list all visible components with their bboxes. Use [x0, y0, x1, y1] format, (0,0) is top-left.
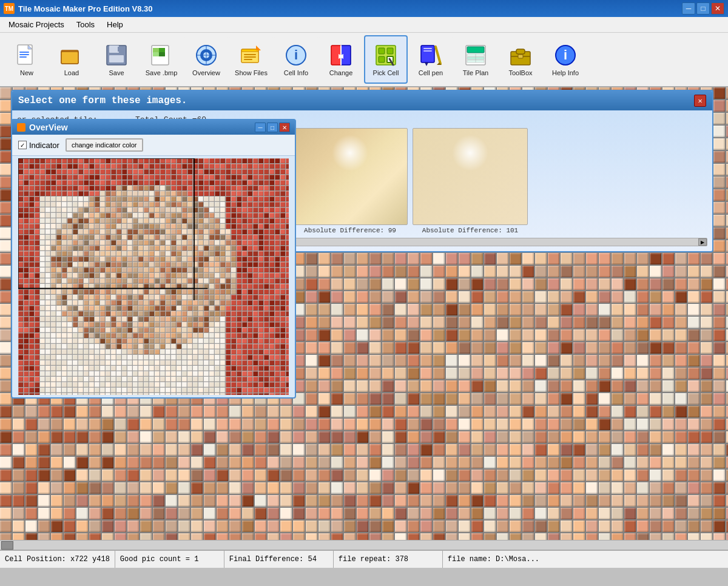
toolbar-new-button[interactable]: New [5, 35, 49, 84]
pickcell-icon [373, 42, 399, 68]
tile-item-3[interactable]: Absolute Difference: 99 [292, 128, 408, 234]
main-area: Select one form these images. ✕ or selec… [0, 87, 728, 568]
select-dialog-title-bar: Select one form these images. ✕ [12, 91, 712, 110]
toolbar-showfiles-button[interactable]: Show Files [229, 35, 273, 84]
savebmp-icon [149, 42, 174, 68]
toolbar-toolbox-label: ToolBox [508, 69, 532, 76]
svg-rect-6 [61, 52, 78, 64]
indicator-checkbox[interactable]: ✓ [18, 141, 27, 149]
tile-thumb-4 [413, 128, 528, 225]
svg-rect-15 [153, 52, 159, 56]
overview-maximize-button[interactable]: □ [267, 123, 278, 132]
tile-label-3: Absolute Difference: 99 [304, 227, 396, 234]
menu-help[interactable]: Help [101, 18, 129, 31]
toolbar-helpinfo-label: Help Info [552, 69, 579, 76]
menu-bar: Mosaic Projects Tools Help [0, 17, 728, 33]
status-position: Cell Position: x722 y418 [0, 551, 115, 568]
toolbar-save-label: Save [109, 69, 124, 76]
svg-rect-38 [379, 56, 385, 62]
select-dialog-title-text: Select one form these images. [18, 95, 187, 106]
menu-mosaic-projects[interactable]: Mosaic Projects [2, 18, 70, 31]
svg-rect-56 [518, 55, 523, 58]
tile-thumb-3 [292, 128, 408, 225]
load-icon [59, 42, 84, 68]
toolbar-new-label: New [20, 69, 33, 76]
toolbar-load-label: Load [64, 69, 79, 76]
tile-shine-4 [452, 135, 488, 171]
toolbar-cellpen-button[interactable]: Cell pen [409, 35, 453, 84]
overview-title-text: OverView [29, 123, 68, 132]
overview-controls: ✓ Indicator change indicator color [12, 135, 295, 156]
toolbar-savebmp-label: Save .bmp [146, 69, 178, 76]
change-indicator-color-button[interactable]: change indicator color [66, 138, 143, 152]
cellinfo-icon: i [283, 42, 309, 68]
svg-rect-37 [387, 48, 393, 54]
overview-icon [194, 42, 219, 68]
toolbar-overview-button[interactable]: Overview [184, 35, 228, 84]
toolbar-toolbox-button[interactable]: ToolBox [499, 35, 542, 84]
svg-text:i: i [564, 47, 567, 62]
toolbar-tileplan-label: Tile Plan [463, 69, 488, 76]
svg-rect-43 [423, 48, 432, 49]
status-difference-text: Final Difference: 54 [229, 555, 317, 564]
indicator-label: Indicator [29, 141, 59, 150]
status-position-text: Cell Position: x722 y418 [5, 555, 110, 564]
svg-rect-9 [118, 47, 120, 52]
minimize-button[interactable]: ─ [682, 2, 695, 15]
window-controls: ─ □ ✕ [682, 2, 724, 15]
svg-rect-44 [423, 50, 432, 52]
toolbar-tileplan-button[interactable]: Tile Plan [454, 35, 497, 84]
svg-rect-25 [244, 56, 256, 58]
status-bar: Cell Position: x722 y418 Good pic count … [0, 550, 728, 568]
toolbar-showfiles-label: Show Files [235, 69, 268, 76]
svg-rect-8 [109, 45, 119, 53]
menu-tools[interactable]: Tools [70, 18, 101, 31]
toolbar-overview-label: Overview [192, 69, 220, 76]
svg-rect-3 [19, 54, 29, 55]
toolbar-pickcell-button[interactable]: Pick Cell [364, 35, 408, 84]
overview-window: OverView ─ □ ✕ ✓ Indicator change indica… [11, 119, 296, 399]
scrollbar-thumb[interactable] [1, 541, 13, 550]
toolbar-save-button[interactable]: Save [95, 35, 138, 84]
toolbar-savebmp-button[interactable]: Save .bmp [140, 35, 183, 84]
close-button[interactable]: ✕ [711, 2, 724, 15]
overview-title-bar: OverView ─ □ ✕ [12, 120, 295, 135]
indicator-checkbox-group[interactable]: ✓ Indicator [18, 141, 59, 150]
toolbar-pickcell-label: Pick Cell [373, 69, 399, 76]
app-title: Tile Mosaic Maker Pro Edition V8.30 [18, 4, 153, 13]
toolbar-cellpen-label: Cell pen [419, 69, 443, 76]
tile-item-4[interactable]: Absolute Difference: 101 [413, 128, 528, 234]
toolbar-cellinfo-button[interactable]: i Cell Info [274, 35, 318, 84]
app-icon: TM [4, 3, 15, 14]
tile-label-4: Absolute Difference: 101 [422, 227, 518, 234]
scrollbar-right-btn[interactable]: ▶ [698, 238, 707, 246]
overview-canvas [18, 158, 289, 395]
overview-close-button[interactable]: ✕ [279, 123, 290, 132]
status-difference: Final Difference: 54 [224, 551, 334, 568]
new-icon [14, 42, 39, 68]
toolbar-cellinfo-label: Cell Info [284, 69, 308, 76]
toolbar: New Load Save [0, 33, 728, 87]
maximize-button[interactable]: □ [696, 2, 710, 15]
overview-image [18, 158, 289, 395]
main-scrollbar-horizontal[interactable] [0, 540, 728, 550]
overview-minimize-button[interactable]: ─ [255, 123, 266, 132]
svg-rect-54 [516, 49, 525, 54]
svg-rect-16 [159, 52, 165, 56]
svg-rect-13 [153, 48, 159, 52]
cellpen-icon [418, 42, 443, 68]
svg-marker-27 [256, 45, 261, 50]
showfiles-icon [238, 42, 264, 68]
svg-rect-26 [244, 59, 252, 60]
toolbar-helpinfo-button[interactable]: i Help Info [544, 35, 587, 84]
toolbar-load-button[interactable]: Load [50, 35, 93, 84]
svg-rect-36 [379, 48, 385, 54]
select-dialog-close-button[interactable]: ✕ [694, 95, 706, 107]
status-file-repeat-text: file repeat: 378 [339, 555, 408, 564]
change-icon [328, 42, 354, 68]
svg-line-45 [436, 47, 440, 64]
tile-shine-3 [332, 135, 368, 171]
overview-title-controls: ─ □ ✕ [255, 123, 290, 132]
toolbox-icon [508, 42, 533, 68]
toolbar-change-button[interactable]: Change [319, 35, 363, 84]
